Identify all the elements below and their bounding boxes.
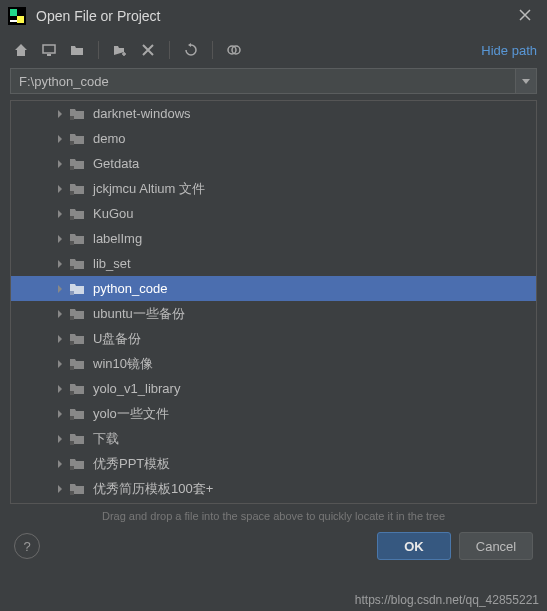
svg-rect-5 xyxy=(47,54,51,56)
chevron-right-icon[interactable] xyxy=(55,435,65,443)
project-icon[interactable] xyxy=(66,39,88,61)
tree-item-label: win10镜像 xyxy=(93,355,153,373)
desktop-icon[interactable] xyxy=(38,39,60,61)
tree-item[interactable]: python_code xyxy=(11,276,536,301)
tree-item[interactable]: 优秀简历模板100套+ xyxy=(11,476,536,501)
svg-rect-2 xyxy=(17,16,24,23)
cancel-button[interactable]: Cancel xyxy=(459,532,533,560)
folder-icon xyxy=(69,181,85,197)
separator xyxy=(98,41,99,59)
tree-item-label: ubuntu一些备份 xyxy=(93,305,185,323)
tree-item[interactable]: darknet-windows xyxy=(11,101,536,126)
chevron-right-icon[interactable] xyxy=(55,485,65,493)
folder-icon xyxy=(69,406,85,422)
path-dropdown-icon[interactable] xyxy=(515,68,537,94)
home-icon[interactable] xyxy=(10,39,32,61)
chevron-right-icon[interactable] xyxy=(55,310,65,318)
tree-item[interactable]: Getdata xyxy=(11,151,536,176)
chevron-right-icon[interactable] xyxy=(55,260,65,268)
svg-rect-1 xyxy=(10,9,17,16)
toolbar: Hide path xyxy=(0,32,547,68)
folder-icon xyxy=(69,456,85,472)
tree-item-label: yolo一些文件 xyxy=(93,405,169,423)
tree-item[interactable]: yolo_v1_library xyxy=(11,376,536,401)
separator xyxy=(169,41,170,59)
tree-item[interactable]: demo xyxy=(11,126,536,151)
tree-item-label: 下载 xyxy=(93,430,119,448)
svg-rect-8 xyxy=(70,116,74,120)
tree-item-label: yolo_v1_library xyxy=(93,381,180,396)
chevron-right-icon[interactable] xyxy=(55,335,65,343)
folder-icon xyxy=(69,256,85,272)
refresh-icon[interactable] xyxy=(180,39,202,61)
tree-item[interactable]: KuGou xyxy=(11,201,536,226)
tree-item-label: labelImg xyxy=(93,231,142,246)
svg-rect-16 xyxy=(70,316,74,320)
delete-icon[interactable] xyxy=(137,39,159,61)
tree-item[interactable]: 优秀PPT模板 xyxy=(11,451,536,476)
chevron-right-icon[interactable] xyxy=(55,160,65,168)
file-tree[interactable]: darknet-windowsdemoGetdatajckjmcu Altium… xyxy=(10,100,537,504)
svg-rect-19 xyxy=(70,391,74,395)
watermark: https://blog.csdn.net/qq_42855221 xyxy=(355,593,539,607)
hint-text: Drag and drop a file into the space abov… xyxy=(0,504,547,532)
folder-icon xyxy=(69,106,85,122)
chevron-right-icon[interactable] xyxy=(55,460,65,468)
chevron-right-icon[interactable] xyxy=(55,110,65,118)
svg-rect-17 xyxy=(70,341,74,345)
help-button[interactable]: ? xyxy=(14,533,40,559)
close-icon[interactable] xyxy=(511,3,539,29)
tree-item-label: jckjmcu Altium 文件 xyxy=(93,180,205,198)
new-folder-icon[interactable] xyxy=(109,39,131,61)
chevron-right-icon[interactable] xyxy=(55,185,65,193)
tree-item[interactable]: ubuntu一些备份 xyxy=(11,301,536,326)
folder-icon xyxy=(69,231,85,247)
svg-rect-9 xyxy=(70,141,74,145)
tree-item[interactable]: labelImg xyxy=(11,226,536,251)
svg-rect-23 xyxy=(70,491,74,495)
tree-item-label: U盘备份 xyxy=(93,330,141,348)
tree-item[interactable]: win10镜像 xyxy=(11,351,536,376)
tree-item-label: KuGou xyxy=(93,206,133,221)
folder-icon xyxy=(69,281,85,297)
chevron-right-icon[interactable] xyxy=(55,285,65,293)
chevron-right-icon[interactable] xyxy=(55,210,65,218)
chevron-right-icon[interactable] xyxy=(55,235,65,243)
show-hidden-icon[interactable] xyxy=(223,39,245,61)
tree-item-label: Getdata xyxy=(93,156,139,171)
chevron-right-icon[interactable] xyxy=(55,385,65,393)
tree-item[interactable]: lib_set xyxy=(11,251,536,276)
app-icon xyxy=(8,7,26,25)
window-title: Open File or Project xyxy=(36,8,511,24)
chevron-right-icon[interactable] xyxy=(55,410,65,418)
button-bar: ? OK Cancel xyxy=(0,532,547,570)
svg-rect-13 xyxy=(70,241,74,245)
folder-icon xyxy=(69,306,85,322)
hide-path-link[interactable]: Hide path xyxy=(481,43,537,58)
folder-icon xyxy=(69,431,85,447)
tree-item[interactable]: jckjmcu Altium 文件 xyxy=(11,176,536,201)
separator xyxy=(212,41,213,59)
svg-rect-3 xyxy=(10,20,17,22)
folder-icon xyxy=(69,131,85,147)
folder-icon xyxy=(69,156,85,172)
svg-rect-15 xyxy=(70,291,74,295)
ok-button[interactable]: OK xyxy=(377,532,451,560)
chevron-right-icon[interactable] xyxy=(55,360,65,368)
tree-item-label: demo xyxy=(93,131,126,146)
chevron-right-icon[interactable] xyxy=(55,135,65,143)
folder-icon xyxy=(69,331,85,347)
svg-rect-10 xyxy=(70,166,74,170)
path-input[interactable] xyxy=(10,68,515,94)
tree-item[interactable]: U盘备份 xyxy=(11,326,536,351)
svg-rect-22 xyxy=(70,466,74,470)
path-row xyxy=(0,68,547,100)
tree-item-label: lib_set xyxy=(93,256,131,271)
folder-icon xyxy=(69,381,85,397)
tree-item-label: darknet-windows xyxy=(93,106,191,121)
svg-rect-20 xyxy=(70,416,74,420)
tree-item-label: 优秀简历模板100套+ xyxy=(93,480,213,498)
tree-item[interactable]: 下载 xyxy=(11,426,536,451)
tree-item[interactable]: yolo一些文件 xyxy=(11,401,536,426)
folder-icon xyxy=(69,356,85,372)
